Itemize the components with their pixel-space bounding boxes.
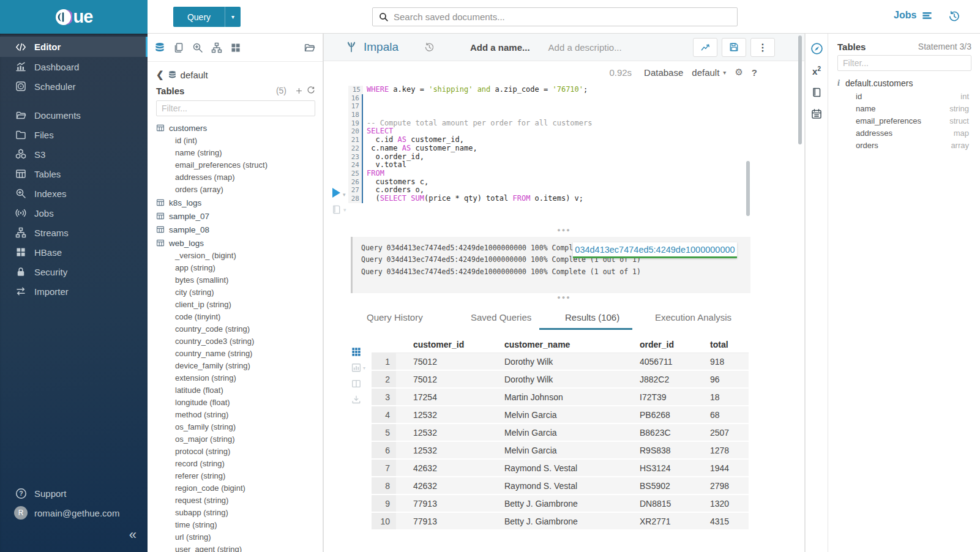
column-item[interactable]: app (string) xyxy=(156,262,315,274)
query-dropdown-caret-icon[interactable]: ▾ xyxy=(225,7,241,27)
help-icon[interactable]: ? xyxy=(752,67,757,78)
new-query-button[interactable]: Query ▾ xyxy=(173,7,241,27)
column-item[interactable]: client_ip (string) xyxy=(156,299,315,311)
column-item[interactable]: device_family (string) xyxy=(156,360,315,372)
code-line-19[interactable]: 19-- Compute total amount per order for … xyxy=(348,119,804,128)
column-item[interactable]: code (tinyint) xyxy=(156,311,315,323)
table-row[interactable]: 412532Melvin GarciaPB626868 xyxy=(372,406,749,424)
presentation-caret-icon[interactable]: ▾ xyxy=(343,207,346,213)
code-line-15[interactable]: 15WHERE a.key = 'shipping' and a.zip_cod… xyxy=(348,86,804,94)
column-item[interactable]: email_preferences (struct) xyxy=(156,159,315,171)
run-query-button[interactable] xyxy=(332,188,340,198)
sidebar-item-security[interactable]: Security xyxy=(0,262,148,282)
column-item[interactable]: id (int) xyxy=(156,135,315,147)
add-table-icon[interactable] xyxy=(295,87,303,95)
global-search[interactable] xyxy=(372,7,738,26)
resize-handle-bottom[interactable]: ●●● xyxy=(324,294,804,300)
resize-handle-top[interactable]: ●●● xyxy=(324,227,804,233)
sidebar-item-files[interactable]: Files xyxy=(0,125,148,144)
column-item[interactable]: os_family (string) xyxy=(156,421,315,433)
results-header-customer_name[interactable]: customer_name xyxy=(487,340,623,349)
column-item[interactable]: user_agent (string) xyxy=(156,543,315,552)
assist-compass-icon[interactable] xyxy=(810,42,823,55)
sidebar-item-documents[interactable]: Documents xyxy=(0,105,148,125)
right-panel-column-orders[interactable]: ordersarray xyxy=(837,140,971,152)
results-columns-icon[interactable] xyxy=(351,379,367,389)
column-item[interactable]: extension (string) xyxy=(156,372,315,384)
column-item[interactable]: request (string) xyxy=(156,494,315,507)
documents-folder-icon[interactable] xyxy=(304,42,315,53)
hue-logo[interactable]: ue xyxy=(0,0,148,34)
column-item[interactable]: record (string) xyxy=(156,458,315,470)
tab-saved-queries[interactable]: Saved Queries xyxy=(471,312,531,323)
tab-query-history[interactable]: Query History xyxy=(367,312,423,323)
task-history-icon[interactable] xyxy=(948,10,960,25)
code-line-21[interactable]: 21 c.id AS customer_id, xyxy=(348,136,804,144)
code-line-20[interactable]: 20SELECT xyxy=(348,127,804,136)
results-header-total[interactable]: total xyxy=(693,340,749,349)
results-grid-icon[interactable] xyxy=(351,347,367,357)
query-name-field[interactable]: Add a name... xyxy=(470,42,530,53)
table-row[interactable]: 175012Dorothy Wilk4056711918 xyxy=(372,353,749,371)
column-item[interactable]: bytes (smallint) xyxy=(156,274,315,286)
table-item-web_logs[interactable]: web_logs xyxy=(156,236,315,250)
download-results-icon[interactable] xyxy=(351,395,367,405)
database-breadcrumb[interactable]: ❮ default xyxy=(156,67,315,83)
schedule-calendar-icon[interactable] xyxy=(811,108,822,119)
tab-execution-analysis[interactable]: Execution Analysis xyxy=(655,312,731,323)
column-item[interactable]: latitude (float) xyxy=(156,384,315,397)
column-item[interactable]: protocol (string) xyxy=(156,446,315,458)
right-panel-column-name[interactable]: namestring xyxy=(837,103,971,115)
code-line-27[interactable]: 27 c.orders o, xyxy=(348,186,804,195)
query-id-link[interactable]: 034d413ec7474ed5:4249de1000000000 xyxy=(573,242,737,258)
right-panel-column-email_preferences[interactable]: email_preferencesstruct xyxy=(837,115,971,127)
sidebar-item-streams[interactable]: Streams xyxy=(0,223,148,242)
table-row[interactable]: 842632Raymond S. VestalBS59022798 xyxy=(372,477,749,495)
column-item[interactable]: country_code3 (string) xyxy=(156,335,315,348)
table-item-k8s_logs[interactable]: k8s_logs xyxy=(156,196,315,209)
table-row[interactable]: 977913Betty J. GiambroneDN88151320 xyxy=(372,495,749,513)
column-item[interactable]: url (string) xyxy=(156,531,315,543)
code-line-23[interactable]: 23 o.order_id, xyxy=(348,153,804,162)
column-item[interactable]: country_code (string) xyxy=(156,323,315,335)
column-item[interactable]: country_name (string) xyxy=(156,348,315,360)
copy-docs-icon[interactable] xyxy=(173,42,184,53)
column-item[interactable]: subapp (string) xyxy=(156,507,315,519)
chart-button[interactable] xyxy=(693,38,717,57)
databases-icon[interactable] xyxy=(154,42,165,53)
column-item[interactable]: referer (string) xyxy=(156,470,315,482)
chart-type-caret-icon[interactable]: ▾ xyxy=(363,365,365,371)
sidebar-item-importer[interactable]: Importer xyxy=(0,282,148,301)
database-caret-icon[interactable]: ▾ xyxy=(723,69,726,76)
table-row[interactable]: 512532Melvin GarciaB8623C2507 xyxy=(372,424,749,442)
code-line-22[interactable]: 22 c.name AS customer_name, xyxy=(348,144,804,153)
sidebar-item-user[interactable]: R romain@gethue.com xyxy=(0,503,148,523)
column-item[interactable]: region_code (bigint) xyxy=(156,482,315,494)
column-item[interactable]: _version_ (bigint) xyxy=(156,250,315,262)
sidebar-item-tables[interactable]: Tables xyxy=(0,164,148,184)
tab-results-106-[interactable]: Results (106) xyxy=(565,312,619,323)
database-select[interactable]: default xyxy=(692,67,719,78)
right-panel-column-addresses[interactable]: addressesmap xyxy=(837,127,971,140)
column-item[interactable]: name (string) xyxy=(156,147,315,159)
results-header-customer_id[interactable]: customer_id xyxy=(396,340,487,349)
more-actions-button[interactable]: ⋮ xyxy=(750,38,775,57)
code-line-24[interactable]: 24 v.total xyxy=(348,161,804,170)
column-item[interactable]: addresses (map) xyxy=(156,171,315,184)
table-item-sample_07[interactable]: sample_07 xyxy=(156,209,315,223)
zoom-in-icon[interactable] xyxy=(192,42,203,53)
presentation-mode-icon[interactable] xyxy=(331,204,342,215)
results-chart-icon[interactable]: ▾ xyxy=(351,363,367,373)
settings-gear-icon[interactable]: ⚙ xyxy=(735,67,742,78)
jobs-link[interactable]: Jobs xyxy=(894,10,932,21)
right-panel-column-id[interactable]: idint xyxy=(837,91,971,103)
query-description-field[interactable]: Add a descriptio... xyxy=(548,42,622,53)
table-row[interactable]: 612532Melvin GarciaR9S8381278 xyxy=(372,442,749,460)
code-line-17[interactable]: 17 xyxy=(348,102,804,111)
sidebar-item-jobs[interactable]: Jobs xyxy=(0,203,148,223)
column-item[interactable]: time (string) xyxy=(156,519,315,531)
column-item[interactable]: city (string) xyxy=(156,286,315,299)
sidebar-item-scheduler[interactable]: Scheduler xyxy=(0,76,148,96)
results-header-order_id[interactable]: order_id xyxy=(623,340,693,349)
table-item-customers[interactable]: customers xyxy=(156,121,315,135)
